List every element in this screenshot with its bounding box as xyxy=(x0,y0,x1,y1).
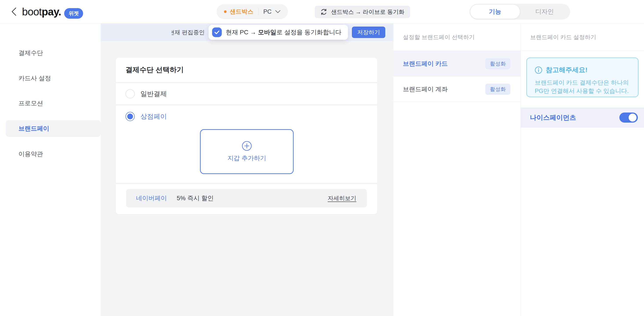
device-label: PC xyxy=(263,8,272,15)
brandpay-item-label: 브랜드페이 계좌 xyxy=(403,85,448,94)
brandpay-panel-title: 설정할 브랜드페이 선택하기 xyxy=(394,24,520,51)
widget-preview-area: 현재 편집중인 현재 PC → 모바일로 설정을 동기화합니다 저장하기 결제수… xyxy=(101,24,394,316)
brandpay-card-settings-panel: 브랜드페이 카드 설정하기 참고해주세요! 브랜드페이 카드 결제수단은 하나의… xyxy=(521,24,644,316)
radio-checked-icon[interactable] xyxy=(126,112,135,121)
pg-provider-label: 나이스페이먼츠 xyxy=(530,113,576,122)
divider xyxy=(258,8,258,15)
notice-body: 브랜드페이 카드 결제수단은 하나의 PG만 연결해서 사용할 수 있습니다. xyxy=(535,78,632,95)
payment-method-card: 결제수단 선택하기 일반결제 상점페이 지갑 추가하기 네이버페이 xyxy=(116,58,377,214)
chevron-down-icon xyxy=(275,10,280,14)
option-label: 상점페이 xyxy=(140,112,167,121)
add-wallet-label: 지갑 추가하기 xyxy=(228,154,266,162)
settings-panel-title: 브랜드페이 카드 설정하기 xyxy=(521,24,644,51)
logo-text-bold: pay. xyxy=(42,6,61,18)
option-store-pay[interactable]: 상점페이 xyxy=(116,106,377,128)
brandpay-item-card[interactable]: 브랜드페이 카드 활성화 xyxy=(394,51,520,76)
plus-circle-icon xyxy=(242,141,252,151)
pg-provider-row: 나이스페이먼츠 xyxy=(521,108,644,128)
promo-row: 네이버페이 5% 즉시 할인 자세히보기 xyxy=(126,189,367,208)
bootpay-logo: bootpay. 위젯 xyxy=(22,0,83,23)
status-badge: 활성화 xyxy=(485,84,510,95)
toggle-knob xyxy=(628,114,636,122)
editing-banner: 현재 편집중인 현재 PC → 모바일로 설정을 동기화합니다 저장하기 xyxy=(101,24,394,41)
widget-badge: 위젯 xyxy=(64,8,83,19)
device-dropdown[interactable]: PC xyxy=(263,8,280,15)
refresh-icon xyxy=(320,8,327,15)
sync-to-live-button[interactable]: 샌드박스 → 라이브로 동기화 xyxy=(315,6,410,18)
sidebar-nav: 결제수단 카드사 설정 프로모션 브랜드페이 이용약관 xyxy=(0,24,101,316)
editing-banner-text: 현재 편집중인 xyxy=(172,28,205,36)
sync-checkbox[interactable] xyxy=(212,28,222,37)
back-chevron-icon xyxy=(11,7,17,16)
pg-enabled-toggle[interactable] xyxy=(620,112,638,122)
sync-label-prefix: 현재 PC → xyxy=(226,29,258,36)
status-badge: 활성화 xyxy=(485,58,510,69)
option-store-pay-section: 상점페이 지갑 추가하기 xyxy=(116,106,377,183)
notice-box: 참고해주세요! 브랜드페이 카드 결제수단은 하나의 PG만 연결해서 사용할 … xyxy=(526,58,638,97)
sync-settings-popover: 현재 PC → 모바일로 설정을 동기화합니다 xyxy=(208,25,348,40)
sidebar-item-brandpay[interactable]: 브랜드페이 xyxy=(6,120,101,137)
radio-unchecked-icon[interactable] xyxy=(126,89,135,98)
sidebar-item-promotion[interactable]: 프로모션 xyxy=(6,95,101,112)
sync-checkbox-label: 현재 PC → 모바일로 설정을 동기화합니다 xyxy=(226,28,341,36)
sync-label-bold: 모바일 xyxy=(258,29,276,36)
tab-design[interactable]: 디자인 xyxy=(520,4,569,19)
sidebar-item-payment-methods[interactable]: 결제수단 xyxy=(6,44,101,61)
promo-provider: 네이버페이 xyxy=(136,194,167,202)
back-button[interactable] xyxy=(8,6,19,17)
panel-tabs: 기능 디자인 xyxy=(470,4,570,20)
option-general-payment[interactable]: 일반결제 xyxy=(116,83,377,104)
promo-description: 5% 즉시 할인 xyxy=(177,194,214,202)
sync-to-live-label: 샌드박스 → 라이브로 동기화 xyxy=(331,8,404,16)
promo-details-link[interactable]: 자세히보기 xyxy=(328,194,356,202)
payment-card-title: 결제수단 선택하기 xyxy=(116,58,377,82)
brandpay-select-panel: 설정할 브랜드페이 선택하기 브랜드페이 카드 활성화 브랜드페이 계좌 활성화 xyxy=(394,24,520,316)
promo-section: 네이버페이 5% 즉시 할인 자세히보기 xyxy=(116,184,377,214)
brandpay-item-account[interactable]: 브랜드페이 계좌 활성화 xyxy=(394,76,520,102)
logo-text-regular: boot xyxy=(22,6,42,18)
top-header: bootpay. 위젯 샌드박스 PC 샌드박스 → 라이브로 동기화 기능 디… xyxy=(0,0,644,23)
option-label: 일반결제 xyxy=(140,90,167,98)
environment-label: 샌드박스 xyxy=(230,8,254,16)
save-button[interactable]: 저장하기 xyxy=(352,26,385,38)
sandbox-status-dot xyxy=(224,10,226,13)
notice-title: 참고해주세요! xyxy=(546,66,588,74)
tab-function[interactable]: 기능 xyxy=(470,4,520,19)
sidebar-item-terms[interactable]: 이용약관 xyxy=(6,146,101,162)
brandpay-item-label: 브랜드페이 카드 xyxy=(403,60,448,68)
environment-selector[interactable]: 샌드박스 PC xyxy=(216,4,288,19)
sidebar-item-card-settings[interactable]: 카드사 설정 xyxy=(6,70,101,86)
sync-label-suffix: 로 설정을 동기화합니다 xyxy=(276,29,341,36)
add-wallet-button[interactable]: 지갑 추가하기 xyxy=(200,129,294,174)
info-icon xyxy=(535,66,542,74)
check-icon xyxy=(214,30,220,34)
